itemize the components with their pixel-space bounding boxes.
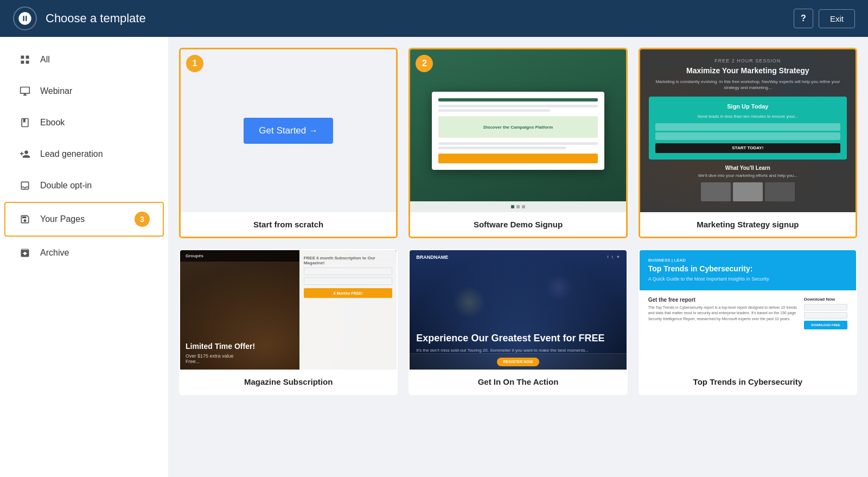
page-title: Choose a template [46, 11, 794, 26]
template-preview-scratch: 1 Get Started → [181, 49, 396, 212]
get-started-label: Get Started → [259, 125, 318, 136]
template-preview-software: 2 Discover the Campaigns Platform [410, 49, 626, 212]
save-icon [18, 214, 31, 225]
sidebar-item-ebook[interactable]: Ebook [4, 107, 164, 138]
template-grid: 1 Get Started → Start from scratch 2 [179, 48, 857, 395]
book-icon [18, 117, 31, 128]
grid-icon [18, 54, 31, 65]
sidebar-item-all-label: All [40, 55, 150, 65]
monitor-icon [18, 86, 31, 97]
sidebar-item-webinar-label: Webinar [40, 86, 150, 96]
person-add-icon [18, 149, 31, 160]
template-card-cyber[interactable]: BUSINESS | LEAD Top Trends in Cybersecur… [639, 249, 857, 395]
template-caption-magazine: Magazine Subscription [180, 370, 397, 394]
exit-button[interactable]: Exit [819, 9, 855, 28]
your-pages-badge: 3 [135, 212, 150, 227]
get-started-button[interactable]: Get Started → [244, 118, 333, 144]
template-caption-strategy: Marketing Strategy signup [640, 212, 856, 237]
sidebar-item-double-opt-label: Double opt-in [40, 181, 150, 190]
inbox-icon [18, 180, 31, 191]
sidebar: All Webinar Ebook Lead generation Double [0, 37, 168, 477]
template-preview-strategy: FREE 2 HOUR SESSION Maximize Your Market… [640, 49, 856, 212]
logo [13, 7, 37, 30]
sidebar-item-lead-generation[interactable]: Lead generation [4, 139, 164, 169]
logo-icon [17, 11, 33, 26]
sidebar-item-lead-label: Lead generation [40, 149, 150, 159]
sidebar-item-archive[interactable]: Archive [4, 238, 164, 268]
sidebar-item-archive-label: Archive [40, 248, 150, 258]
template-caption-scratch: Start from scratch [181, 212, 396, 237]
sidebar-item-all[interactable]: All [4, 44, 164, 75]
template-preview-event: BRANDNAME f t ✦ Experience Our Greatest … [410, 250, 626, 370]
template-caption-software: Software Demo Signup [410, 212, 626, 237]
template-preview-cyber: BUSINESS | LEAD Top Trends in Cybersecur… [640, 250, 856, 370]
page-header: Choose a template ? Exit [0, 0, 868, 37]
main-content: All Webinar Ebook Lead generation Double [0, 37, 868, 477]
sidebar-item-double-opt-in[interactable]: Double opt-in [4, 170, 164, 201]
sidebar-item-webinar[interactable]: Webinar [4, 76, 164, 106]
template-card-event[interactable]: BRANDNAME f t ✦ Experience Our Greatest … [409, 249, 627, 395]
scratch-preview-area: Get Started → [181, 49, 396, 212]
template-caption-cyber: Top Trends in Cybersecurity [640, 370, 856, 394]
template-card-software[interactable]: 2 Discover the Campaigns Platform [409, 48, 627, 238]
template-card-magazine[interactable]: Groupés f t ✦ FREE 6 month Subscription … [179, 249, 398, 395]
template-preview-magazine: Groupés f t ✦ FREE 6 month Subscription … [180, 250, 397, 370]
sidebar-item-your-pages-label: Your Pages [40, 214, 135, 224]
help-button[interactable]: ? [794, 9, 813, 28]
template-card-scratch[interactable]: 1 Get Started → Start from scratch [179, 48, 398, 238]
template-grid-container: 1 Get Started → Start from scratch 2 [168, 37, 868, 477]
archive-icon [18, 247, 31, 258]
header-actions: ? Exit [794, 9, 855, 28]
sidebar-item-ebook-label: Ebook [40, 118, 150, 128]
template-card-strategy[interactable]: FREE 2 HOUR SESSION Maximize Your Market… [639, 48, 857, 238]
sidebar-item-your-pages[interactable]: Your Pages 3 [4, 202, 164, 237]
card-badge-1: 1 [186, 55, 203, 72]
template-caption-event: Get In On The Action [410, 370, 626, 394]
